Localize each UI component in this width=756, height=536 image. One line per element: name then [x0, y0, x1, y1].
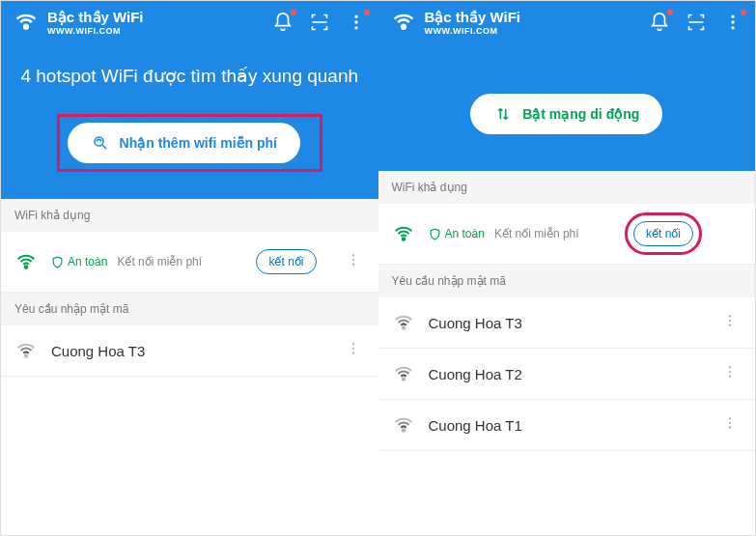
svg-point-27 — [729, 371, 731, 373]
app-subtitle: WWW.WIFI.COM — [47, 26, 265, 36]
svg-point-4 — [95, 137, 103, 146]
enable-mobile-data-button[interactable]: Bật mạng di động — [470, 94, 662, 134]
svg-point-1 — [354, 15, 357, 18]
app-header: Bậc thầy WiFi WWW.WIFI.COM — [378, 1, 756, 43]
more-options-icon[interactable] — [718, 415, 742, 435]
network-name: Cuong Hoa T1 — [429, 417, 694, 434]
wifi-signal-weak-icon — [392, 311, 415, 334]
hero-section: 4 hotspot WiFi được tìm thấy xung quanh … — [1, 43, 378, 199]
scan-icon[interactable] — [309, 12, 330, 33]
more-options-icon[interactable] — [718, 313, 742, 332]
svg-point-16 — [731, 26, 734, 29]
more-options-icon[interactable] — [342, 341, 365, 360]
hero-section: Bật mạng di động — [378, 43, 756, 171]
svg-point-12 — [351, 353, 353, 354]
svg-point-13 — [402, 25, 406, 29]
network-name: Cuong Hoa T2 — [429, 366, 694, 382]
data-transfer-icon — [493, 104, 513, 124]
wifi-signal-icon — [14, 250, 38, 273]
wifi-network-row[interactable]: Cuong Hoa T3 — [378, 297, 756, 349]
app-title: Bậc thầy WiFi — [47, 9, 265, 26]
network-name: Cuong Hoa T3 — [429, 315, 694, 331]
app-header: Bậc thầy WiFi WWW.WIFI.COM — [1, 1, 378, 43]
svg-point-6 — [351, 254, 353, 256]
password-required-label: Yêu cầu nhập mật mã — [1, 293, 378, 325]
scan-icon[interactable] — [686, 12, 707, 33]
connect-button[interactable]: kết nối — [256, 249, 316, 274]
svg-point-29 — [402, 429, 405, 432]
wifi-signal-weak-icon — [392, 362, 415, 385]
svg-point-8 — [351, 264, 353, 266]
search-wifi-icon — [91, 133, 110, 153]
wifi-network-row[interactable]: Cuong Hoa T3 — [1, 325, 378, 377]
cta-highlight: Nhận thêm wifi miễn phí — [57, 114, 322, 172]
svg-point-23 — [729, 320, 731, 322]
cta-label: Nhận thêm wifi miễn phí — [120, 135, 277, 151]
primary-wifi-row[interactable]: An toàn Kết nối miễn phí kết nối — [378, 204, 756, 265]
svg-point-0 — [24, 25, 28, 29]
svg-point-32 — [729, 427, 731, 429]
svg-point-22 — [729, 315, 731, 317]
app-title: Bậc thầy WiFi — [425, 9, 642, 26]
notification-icon[interactable] — [649, 12, 670, 33]
wifi-network-row[interactable]: Cuong Hoa T1 — [378, 400, 756, 451]
password-required-label: Yêu cầu nhập mật mã — [378, 265, 756, 297]
notification-icon[interactable] — [272, 12, 294, 33]
safe-badge: An toàn — [51, 255, 107, 268]
svg-point-2 — [354, 20, 357, 23]
svg-point-7 — [351, 259, 353, 261]
app-title-block: Bậc thầy WiFi WWW.WIFI.COM — [47, 9, 265, 36]
svg-point-31 — [729, 422, 731, 424]
wifi-signal-weak-icon — [392, 413, 415, 437]
wifi-signal-weak-icon — [14, 339, 38, 362]
free-connect-text: Kết nối miễn phí — [494, 227, 579, 240]
connect-button[interactable]: kết nối — [633, 221, 693, 246]
svg-point-11 — [351, 348, 353, 350]
get-free-wifi-button[interactable]: Nhận thêm wifi miễn phí — [68, 123, 300, 163]
available-wifi-label: WiFi khả dụng — [378, 171, 756, 204]
app-title-block: Bậc thầy WiFi WWW.WIFI.COM — [425, 9, 642, 36]
app-subtitle: WWW.WIFI.COM — [425, 26, 642, 36]
app-logo-icon — [390, 9, 417, 36]
svg-point-17 — [402, 238, 405, 240]
svg-point-10 — [351, 343, 353, 345]
svg-point-9 — [25, 354, 28, 357]
menu-icon[interactable] — [722, 12, 743, 33]
cta-label: Bật mạng di động — [522, 106, 639, 122]
svg-point-21 — [402, 326, 405, 329]
primary-wifi-row[interactable]: An toàn Kết nối miễn phí kết nối — [1, 232, 378, 293]
wifi-network-row[interactable]: Cuong Hoa T2 — [378, 349, 756, 400]
svg-point-30 — [729, 417, 731, 419]
safe-badge: An toàn — [429, 227, 485, 240]
free-connect-text: Kết nối miễn phí — [117, 255, 202, 268]
svg-point-15 — [731, 20, 734, 23]
available-wifi-label: WiFi khả dụng — [1, 199, 378, 232]
hero-title: 4 hotspot WiFi được tìm thấy xung quanh — [18, 65, 361, 87]
svg-point-25 — [402, 378, 405, 381]
wifi-signal-icon — [392, 222, 415, 245]
svg-point-3 — [354, 26, 357, 29]
svg-point-14 — [731, 15, 734, 18]
svg-point-5 — [25, 266, 28, 268]
svg-point-24 — [729, 324, 731, 326]
app-logo-icon — [13, 9, 40, 36]
network-name: Cuong Hoa T3 — [51, 343, 317, 359]
svg-point-28 — [729, 376, 731, 378]
svg-point-26 — [729, 366, 731, 368]
more-options-icon[interactable] — [342, 252, 365, 271]
more-options-icon[interactable] — [718, 364, 742, 383]
menu-icon[interactable] — [346, 12, 367, 33]
